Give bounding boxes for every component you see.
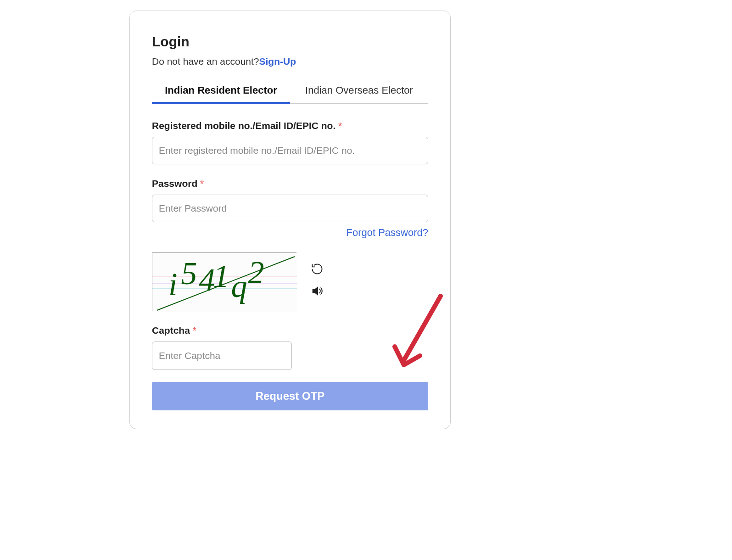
username-label: Registered mobile no./Email ID/EPIC no. … (152, 120, 428, 131)
captcha-label: Captcha * (152, 325, 428, 336)
required-mark: * (193, 325, 196, 336)
captcha-input[interactable] (152, 342, 292, 370)
login-card: Login Do not have an account?Sign-Up Ind… (129, 11, 451, 429)
audio-icon[interactable] (310, 284, 324, 298)
login-tabs: Indian Resident Elector Indian Overseas … (152, 80, 428, 104)
tab-indian-overseas[interactable]: Indian Overseas Elector (290, 80, 428, 103)
password-input[interactable] (152, 195, 428, 222)
refresh-icon[interactable] (310, 262, 324, 276)
signup-prompt-line: Do not have an account?Sign-Up (152, 56, 428, 67)
required-mark: * (338, 120, 342, 131)
svg-marker-6 (313, 287, 318, 295)
login-title: Login (152, 34, 428, 50)
forgot-password-link[interactable]: Forgot Password? (346, 227, 428, 238)
captcha-label-text: Captcha (152, 325, 193, 336)
required-mark: * (200, 178, 204, 189)
captcha-controls (310, 262, 324, 298)
forgot-password-row: Forgot Password? (152, 227, 428, 239)
password-label: Password * (152, 178, 428, 189)
username-label-text: Registered mobile no./Email ID/EPIC no. (152, 120, 338, 131)
username-input[interactable] (152, 137, 428, 164)
captcha-field-block: Captcha * (152, 325, 428, 370)
captcha-row: i541q2 (152, 252, 428, 311)
tab-indian-resident[interactable]: Indian Resident Elector (152, 80, 290, 103)
signup-prompt-text: Do not have an account? (152, 56, 259, 67)
request-otp-button[interactable]: Request OTP (152, 382, 428, 410)
captcha-image: i541q2 (152, 252, 296, 311)
username-field-block: Registered mobile no./Email ID/EPIC no. … (152, 120, 428, 164)
password-field-block: Password * Forgot Password? (152, 178, 428, 239)
signup-link[interactable]: Sign-Up (259, 56, 296, 67)
password-label-text: Password (152, 178, 200, 189)
